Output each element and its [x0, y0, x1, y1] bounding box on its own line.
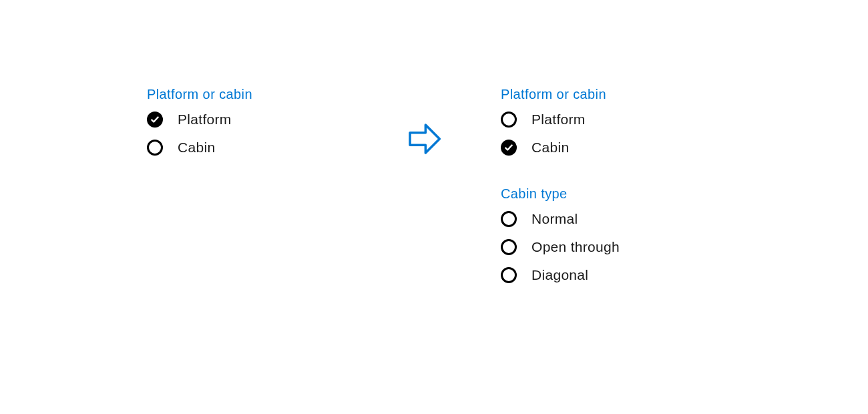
- radio-open-through[interactable]: Open through: [501, 239, 728, 255]
- radio-platform-left[interactable]: Platform: [147, 112, 347, 128]
- radio-label: Diagonal: [531, 267, 588, 283]
- radio-label: Normal: [531, 211, 578, 227]
- radio-label: Platform: [178, 112, 232, 128]
- radio-indicator-selected: [501, 140, 517, 156]
- radio-indicator-unselected: [501, 239, 517, 255]
- radio-label: Platform: [531, 112, 586, 128]
- radio-indicator-unselected: [501, 267, 517, 283]
- right-panel: Platform or cabin Platform Cabin Cabin t…: [501, 87, 728, 295]
- radio-diagonal[interactable]: Diagonal: [501, 267, 728, 283]
- radio-label: Cabin: [531, 140, 569, 156]
- radio-indicator-selected: [147, 112, 163, 128]
- radio-label: Open through: [531, 239, 620, 255]
- arrow-right-icon: [405, 120, 443, 160]
- group-title-platform-or-cabin-left: Platform or cabin: [147, 87, 347, 102]
- radio-platform-right[interactable]: Platform: [501, 112, 728, 128]
- layout-container: Platform or cabin Platform Cabin Platfor…: [0, 0, 868, 295]
- radio-indicator-unselected: [501, 211, 517, 227]
- group-title-cabin-type: Cabin type: [501, 186, 728, 202]
- arrow-container: [347, 87, 501, 160]
- svg-marker-0: [410, 125, 439, 153]
- group-spacer: [501, 168, 728, 186]
- group-title-platform-or-cabin-right: Platform or cabin: [501, 87, 728, 102]
- radio-cabin-right[interactable]: Cabin: [501, 140, 728, 156]
- radio-indicator-unselected: [501, 112, 517, 128]
- left-panel: Platform or cabin Platform Cabin: [147, 87, 347, 168]
- radio-cabin-left[interactable]: Cabin: [147, 140, 347, 156]
- radio-label: Cabin: [178, 140, 215, 156]
- radio-normal[interactable]: Normal: [501, 211, 728, 227]
- radio-indicator-unselected: [147, 140, 163, 156]
